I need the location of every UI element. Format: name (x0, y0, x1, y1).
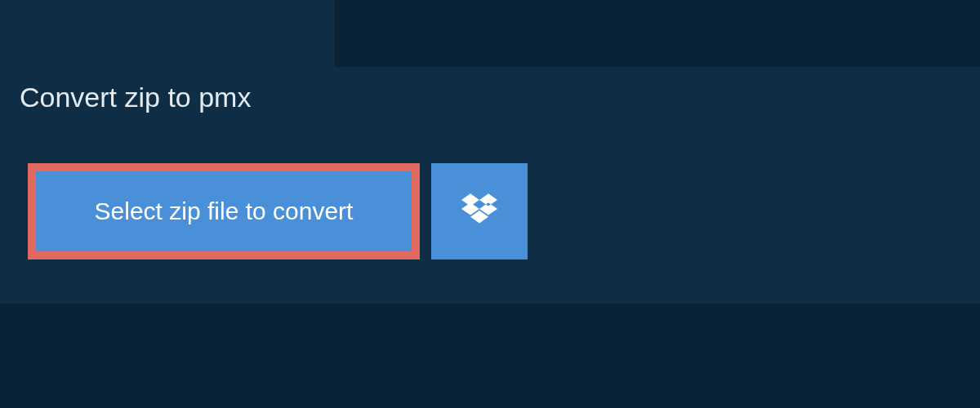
file-select-row: Select zip file to convert (28, 163, 528, 259)
dropbox-icon (461, 193, 497, 229)
select-file-button[interactable]: Select zip file to convert (28, 163, 420, 259)
page-title: Convert zip to pmx (20, 82, 251, 113)
dropbox-button[interactable] (431, 163, 528, 259)
select-file-label: Select zip file to convert (95, 197, 354, 225)
bottom-bar (0, 304, 980, 408)
